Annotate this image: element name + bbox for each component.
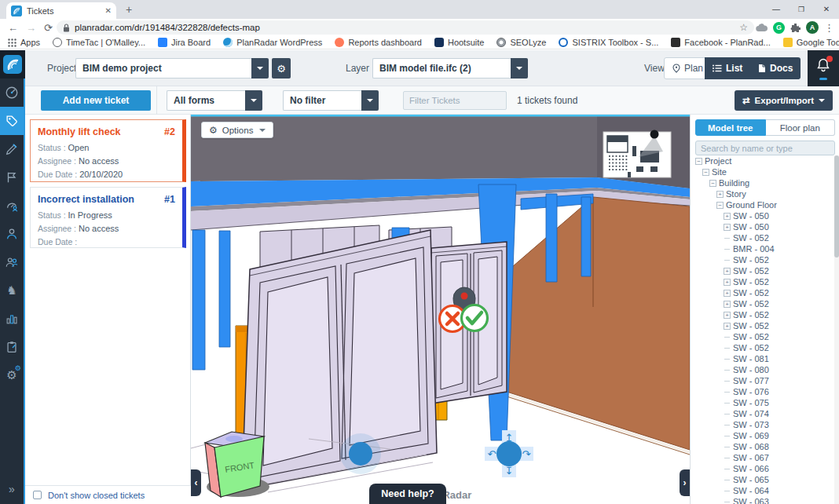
tree-item[interactable]: BMR - 004	[692, 243, 834, 254]
viewer-options-button[interactable]: ⚙ Options	[201, 122, 273, 138]
bookmark-jira[interactable]: Jira Board	[158, 38, 211, 47]
tab-close-icon[interactable]: ✕	[105, 6, 112, 15]
tree-item[interactable]: +SW - 052	[692, 298, 834, 309]
tree-item[interactable]: SW - 063	[692, 496, 834, 504]
bookmark-facebook[interactable]: Facebook - PlanRad...	[671, 38, 770, 47]
bookmark-google-tools[interactable]: Google Tools	[783, 38, 839, 47]
tree-item[interactable]: +SW - 050	[692, 221, 834, 232]
project-select-arrow[interactable]	[251, 58, 269, 79]
bookmark-planradar-wp[interactable]: PlanRadar WordPress	[223, 38, 322, 47]
bookmark-timetac[interactable]: TimeTac | O'Malley...	[53, 38, 145, 47]
back-icon[interactable]: ←	[8, 22, 18, 34]
tree-item[interactable]: +Story	[692, 188, 834, 199]
expand-toggle[interactable]: +	[724, 290, 731, 297]
tree-item[interactable]: −Project	[692, 155, 834, 166]
add-new-ticket-button[interactable]: Add new ticket	[41, 90, 151, 111]
sidebar-expand-button[interactable]: »	[0, 477, 24, 501]
ticket-card[interactable]: Incorrect installation #1 Status : In Pr…	[30, 187, 186, 248]
tree-item[interactable]: SW - 081	[692, 353, 834, 364]
bookmark-seolyze[interactable]: SEOLyze	[496, 38, 546, 47]
tree-item[interactable]: SW - 052	[692, 232, 834, 243]
filter-select[interactable]: No filter	[283, 90, 361, 111]
expand-toggle[interactable]: +	[724, 279, 731, 286]
tree-item[interactable]: SW - 069	[692, 430, 834, 441]
tree-item[interactable]: −Site	[692, 166, 834, 177]
bookmark-hootsuite[interactable]: Hootsuite	[434, 38, 484, 47]
collapse-right-panel-button[interactable]: ›	[680, 469, 690, 496]
tree-scrollbar-thumb[interactable]	[834, 155, 839, 257]
export-import-button[interactable]: ⇄ Export/Import	[735, 90, 833, 111]
tree-item[interactable]: SW - 076	[692, 386, 834, 397]
tree-item[interactable]: SW - 077	[692, 375, 834, 386]
tree-item[interactable]: SW - 080	[692, 364, 834, 375]
sidebar-item-settings[interactable]: ⚙⚙	[0, 361, 24, 389]
tree-item[interactable]: SW - 052	[692, 254, 834, 265]
layer-select-arrow[interactable]	[511, 58, 528, 79]
sidebar-item-plans[interactable]	[0, 135, 24, 163]
collapse-toggle[interactable]: −	[702, 169, 709, 176]
filter-tickets-input[interactable]	[403, 91, 507, 110]
tree-item[interactable]: SW - 052	[692, 331, 834, 342]
collapse-left-panel-button[interactable]: ‹	[191, 469, 201, 496]
tree-item[interactable]: +SW - 052	[692, 287, 834, 298]
forms-select[interactable]: All forms	[167, 90, 245, 111]
tree-item[interactable]: SW - 066	[692, 463, 834, 474]
project-select[interactable]: BIM demo project	[75, 58, 251, 79]
reload-icon[interactable]: ⟳	[44, 22, 53, 34]
tree-item[interactable]: −Building	[692, 177, 834, 188]
need-help-button[interactable]: Need help?	[369, 484, 446, 504]
planradar-logo[interactable]	[0, 50, 25, 79]
walk-joystick[interactable]	[340, 433, 381, 474]
confirm-marker-button[interactable]	[462, 305, 488, 331]
layer-select[interactable]: BIM model file.ifc (2)	[372, 58, 511, 79]
bookmark-sistrix[interactable]: SISTRIX Toolbox - S...	[559, 38, 658, 47]
expand-toggle[interactable]: +	[724, 224, 731, 231]
forms-select-arrow[interactable]	[245, 90, 262, 111]
tab-floor-plan[interactable]: Floor plan	[766, 119, 836, 136]
expand-toggle[interactable]: +	[724, 312, 731, 319]
tree-item[interactable]: SW - 075	[692, 397, 834, 408]
bookmark-star-icon[interactable]: ☆	[739, 22, 748, 33]
tree-item[interactable]: SW - 074	[692, 408, 834, 419]
tree-item[interactable]: SW - 064	[692, 485, 834, 496]
sidebar-item-dashboard[interactable]	[0, 79, 24, 107]
bim-3d-scene[interactable]: FRONT ↥ ↧ ↶ ↷	[191, 115, 690, 504]
profile-avatar[interactable]: A	[806, 21, 819, 34]
tree-item[interactable]: +SW - 052	[692, 276, 834, 287]
project-settings-button[interactable]: ⚙	[272, 58, 291, 79]
tree-item[interactable]: SW - 065	[692, 474, 834, 485]
sidebar-item-forms[interactable]	[0, 333, 24, 361]
window-minimize-button[interactable]: —	[764, 0, 789, 19]
collapse-toggle[interactable]: −	[716, 202, 724, 209]
viewer-minimap[interactable]	[603, 130, 671, 178]
sidebar-item-reports[interactable]	[0, 163, 24, 192]
extension-g-icon[interactable]: G	[773, 22, 785, 34]
tree-item[interactable]: SW - 067	[692, 452, 834, 463]
expand-toggle[interactable]: +	[724, 213, 731, 220]
tree-item[interactable]: SW - 068	[692, 441, 834, 452]
sidebar-item-statistics[interactable]	[0, 305, 24, 333]
extensions-puzzle-icon[interactable]	[790, 23, 801, 33]
sidebar-item-strategy[interactable]: ♞	[0, 276, 24, 305]
notifications-button[interactable]	[808, 50, 839, 86]
tree-item[interactable]: SW - 073	[692, 419, 834, 430]
ticket-card[interactable]: Monthly lift check #2 Status : Open Assi…	[30, 119, 186, 182]
browser-menu-icon[interactable]: ⋮	[824, 22, 834, 34]
expand-toggle[interactable]: +	[724, 323, 731, 330]
extension-cloud-icon[interactable]	[756, 24, 768, 32]
view-docs-button[interactable]: Docs	[750, 57, 801, 79]
sidebar-item-tickets[interactable]	[0, 107, 24, 135]
tree-item[interactable]: +SW - 052	[692, 320, 834, 331]
tree-item[interactable]: +SW - 050	[692, 210, 834, 221]
tab-model-tree[interactable]: Model tree	[695, 119, 766, 136]
expand-toggle[interactable]: +	[724, 301, 731, 308]
bookmark-reports[interactable]: Reports dashboard	[335, 38, 422, 47]
model-search-input[interactable]	[695, 141, 835, 155]
browser-tab[interactable]: Tickets ✕	[6, 2, 116, 19]
view-list-button[interactable]: List	[705, 57, 750, 79]
window-close-button[interactable]: ✕	[814, 0, 839, 19]
sidebar-item-contacts[interactable]	[0, 248, 24, 276]
expand-toggle[interactable]: +	[716, 191, 724, 198]
collapse-toggle[interactable]: −	[695, 158, 702, 165]
window-restore-button[interactable]: ❐	[789, 0, 814, 19]
